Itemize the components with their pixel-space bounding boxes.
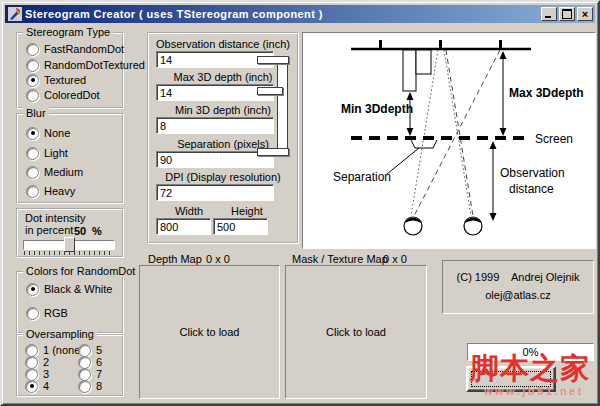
min-depth-input[interactable] xyxy=(156,117,274,134)
radio-icon xyxy=(26,127,39,140)
radio-icon xyxy=(26,59,39,72)
plane-tick xyxy=(379,40,382,49)
radio-blur-none[interactable]: None xyxy=(26,127,70,139)
radio-icon xyxy=(26,283,39,296)
radio-icon xyxy=(25,344,38,357)
progress-value: 0% xyxy=(523,346,539,358)
app-window: Stereogram Creator ( uses TStereogram co… xyxy=(0,0,600,406)
sight-line-dashed xyxy=(414,50,500,216)
radio-icon xyxy=(26,74,39,87)
min-depth-label: Min 3D depth (inch) xyxy=(149,104,297,116)
copyright-text: (C) 1999 Andrej Olejnik xyxy=(443,271,593,283)
texture-map-size: 0 x 0 xyxy=(383,253,407,265)
dot-intensity-slider-ticks xyxy=(24,251,114,255)
arrowhead xyxy=(500,128,507,136)
arrowhead xyxy=(407,92,414,100)
depth-map-placeholder: Click to load xyxy=(180,326,240,338)
height-input[interactable] xyxy=(213,218,268,235)
radio-oversampling-3[interactable]: 3 xyxy=(25,368,49,380)
depth-map-label: Depth Map xyxy=(148,253,202,265)
close-button[interactable]: × xyxy=(577,7,593,21)
radio-icon xyxy=(26,43,39,56)
diagram-panel: Min 3Ddepth Max 3Ddepth Screen Separatio… xyxy=(302,32,596,249)
titlebar-buttons: × xyxy=(541,7,593,21)
radio-icon xyxy=(26,147,39,160)
panel-dot-intensity: Dot intensity in percent 50 % xyxy=(16,208,124,258)
group-oversampling: Oversampling 1 (none) 2 3 4 5 6 7 xyxy=(16,334,124,397)
max-depth-diagram-label: Max 3Ddepth xyxy=(509,86,584,100)
radio-fastrandomdot[interactable]: FastRandomDot xyxy=(26,43,124,55)
progress-bar: 0% xyxy=(467,343,594,361)
radio-oversampling-6[interactable]: 6 xyxy=(78,356,102,368)
min-depth-diagram-label: Min 3Ddepth xyxy=(341,102,413,116)
generate-button[interactable] xyxy=(466,366,556,392)
screen-label: Screen xyxy=(535,132,573,146)
observation-distance-label-line1: Observation xyxy=(500,166,565,180)
titlebar: Stereogram Creator ( uses TStereogram co… xyxy=(5,5,595,23)
group-colors-caption: Colors for RandomDot xyxy=(23,265,138,277)
arrowhead xyxy=(490,213,497,221)
radio-blur-medium[interactable]: Medium xyxy=(26,166,83,178)
texture-map-panel[interactable]: Click to load xyxy=(285,265,427,399)
radio-textured[interactable]: Textured xyxy=(26,74,86,86)
radio-oversampling-7[interactable]: 7 xyxy=(78,368,102,380)
radio-icon xyxy=(26,89,39,102)
sight-line-dashed xyxy=(446,50,473,216)
dot-intensity-label-line2: in percent xyxy=(25,224,73,236)
radio-oversampling-2[interactable]: 2 xyxy=(25,356,49,368)
radio-oversampling-8[interactable]: 8 xyxy=(78,380,102,392)
radio-blur-heavy[interactable]: Heavy xyxy=(26,185,75,197)
dpi-label: DPI (Display resolution) xyxy=(149,171,297,183)
radio-blur-light[interactable]: Light xyxy=(26,147,68,159)
dot-intensity-label-line1: Dot intensity xyxy=(25,212,86,224)
radio-icon xyxy=(78,368,91,381)
group-stereogram-type: Stereogram Type FastRandomDot RandomDotT… xyxy=(16,32,124,109)
texture-map-placeholder: Click to load xyxy=(326,326,386,338)
radio-oversampling-4[interactable]: 4 xyxy=(25,380,49,392)
separation-brace xyxy=(411,140,437,148)
radio-randomdottextured[interactable]: RandomDotTextured xyxy=(26,59,145,71)
observation-distance-slider-thumb[interactable] xyxy=(257,56,289,64)
dpi-input[interactable] xyxy=(156,184,274,201)
separation-diagram-label: Separation xyxy=(333,170,391,184)
minimize-icon xyxy=(545,16,551,18)
separation-slider-thumb[interactable] xyxy=(257,148,289,156)
depth-bar-short xyxy=(416,50,431,74)
max-depth-label: Max 3D depth (inch) xyxy=(149,71,297,83)
focus-rect xyxy=(471,371,551,387)
depth-bar-tall xyxy=(403,50,416,91)
radio-icon xyxy=(25,356,38,369)
plane-tick xyxy=(499,40,502,49)
about-panel: (C) 1999 Andrej Olejnik olej@atlas.cz xyxy=(442,260,594,314)
observation-distance-label-line2: distance xyxy=(509,182,554,196)
radio-icon xyxy=(78,356,91,369)
group-blur: Blur None Light Medium Heavy xyxy=(16,113,124,204)
close-icon: × xyxy=(582,9,588,19)
stereogram-diagram: Min 3Ddepth Max 3Ddepth Screen Separatio… xyxy=(303,33,593,246)
radio-oversampling-5[interactable]: 5 xyxy=(78,344,102,356)
radio-coloreddot[interactable]: ColoredDot xyxy=(26,89,100,101)
height-label: Height xyxy=(173,205,321,217)
depth-slider-track[interactable] xyxy=(277,60,288,155)
width-input[interactable] xyxy=(156,218,211,235)
arrowhead xyxy=(407,128,414,136)
max-depth-slider-thumb[interactable] xyxy=(257,87,283,95)
depth-map-panel[interactable]: Click to load xyxy=(139,265,280,399)
radio-icon xyxy=(26,185,39,198)
plane-tick xyxy=(439,40,442,49)
radio-black-white[interactable]: Black & White xyxy=(26,283,112,295)
radio-icon xyxy=(25,380,38,393)
group-oversampling-caption: Oversampling xyxy=(23,328,97,340)
window-title: Stereogram Creator ( uses TStereogram co… xyxy=(25,5,541,23)
group-stereogram-type-caption: Stereogram Type xyxy=(23,26,113,38)
dot-intensity-slider-thumb[interactable] xyxy=(64,237,75,252)
arrowhead xyxy=(490,141,497,149)
separation-pointer xyxy=(387,148,419,174)
radio-icon xyxy=(25,368,38,381)
arrowhead xyxy=(500,51,507,59)
depth-map-size: 0 x 0 xyxy=(206,253,230,265)
radio-oversampling-1[interactable]: 1 (none) xyxy=(25,344,84,356)
minimize-button[interactable] xyxy=(541,7,557,21)
radio-rgb[interactable]: RGB xyxy=(26,307,68,319)
maximize-button[interactable] xyxy=(559,7,575,21)
